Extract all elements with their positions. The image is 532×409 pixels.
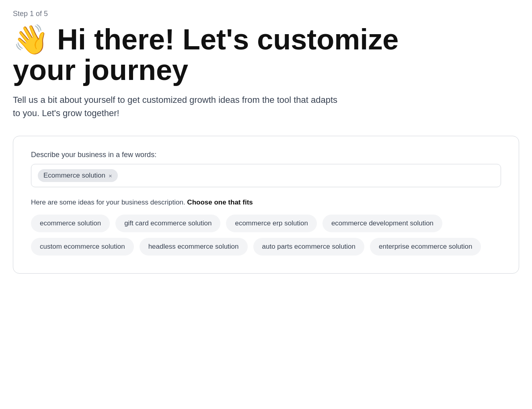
tag-close-button[interactable]: × xyxy=(109,173,112,179)
page-subtitle: Tell us a bit about yourself to get cust… xyxy=(13,93,343,120)
ideas-bold: Choose one that fits xyxy=(187,198,253,206)
tag-text: Ecommerce solution xyxy=(43,172,105,180)
suggestion-chip[interactable]: custom ecommerce solution xyxy=(31,238,134,256)
input-tag[interactable]: Ecommerce solution × xyxy=(38,169,118,182)
title-text: Hi there! Let's customize your journey xyxy=(13,23,398,86)
form-card: Describe your business in a few words: E… xyxy=(13,136,519,274)
suggestion-chip[interactable]: ecommerce development solution xyxy=(322,215,442,232)
business-input-box[interactable]: Ecommerce solution × xyxy=(31,164,501,187)
suggestions-container: ecommerce solutiongift card ecommerce so… xyxy=(31,215,501,256)
suggestion-chip[interactable]: enterprise ecommerce solution xyxy=(370,238,481,256)
page-title: 👋 Hi there! Let's customize your journey xyxy=(13,25,455,85)
ideas-label: Here are some ideas for your business de… xyxy=(31,198,501,207)
suggestion-chip[interactable]: gift card ecommerce solution xyxy=(115,215,220,232)
ideas-prefix: Here are some ideas for your business de… xyxy=(31,198,187,206)
suggestion-chip[interactable]: ecommerce solution xyxy=(31,215,110,232)
suggestion-chip[interactable]: auto parts ecommerce solution xyxy=(253,238,364,256)
step-label: Step 1 of 5 xyxy=(13,10,519,18)
suggestion-chip[interactable]: ecommerce erp solution xyxy=(226,215,316,232)
suggestion-chip[interactable]: headless ecommerce solution xyxy=(140,238,248,256)
title-emoji: 👋 xyxy=(13,23,49,55)
field-label: Describe your business in a few words: xyxy=(31,151,501,159)
